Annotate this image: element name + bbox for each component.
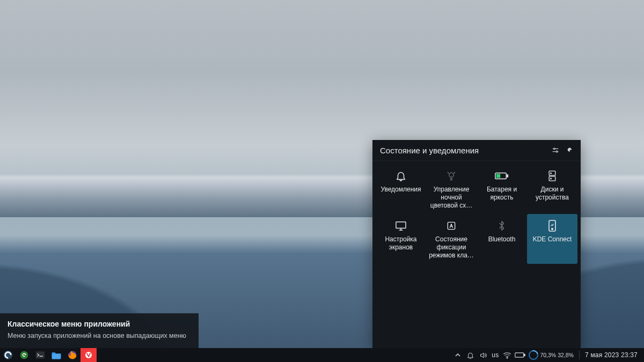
keylock-icon: [444, 219, 459, 232]
svg-point-3: [556, 151, 558, 152]
tray-keyboard-layout[interactable]: us: [489, 351, 501, 359]
refresh-icon: [20, 351, 28, 359]
vivaldi-icon: [84, 350, 93, 360]
bulb-icon: [444, 169, 459, 182]
taskbar-launcher-updater[interactable]: [16, 348, 32, 362]
svg-rect-12: [396, 222, 406, 228]
svg-rect-8: [549, 171, 555, 175]
svg-rect-23: [515, 353, 524, 357]
tray-expand-button[interactable]: [452, 352, 464, 358]
systray-grid: УведомленияУправление ночной цветовой сх…: [372, 161, 581, 267]
svg-point-11: [551, 178, 552, 179]
systray-item-label: Управление ночной цветовой сх…: [428, 186, 474, 210]
phone-icon: [545, 219, 560, 232]
taskbar-launcher-terminal[interactable]: [32, 348, 48, 362]
taskbar-separator: [579, 351, 580, 359]
taskbar-launcher-vivaldi[interactable]: [80, 348, 97, 362]
battery-icon: [494, 169, 509, 182]
bell-icon: [393, 169, 408, 182]
cpu-gauge-icon: [529, 350, 538, 360]
systray-item-keylock[interactable]: Состояние фиксации режимов кла…: [426, 214, 477, 264]
tray-clock[interactable]: 7 мая 2023 23:37: [583, 351, 642, 359]
taskbar-launcher-firefox[interactable]: [64, 348, 80, 362]
systray-item-label: Bluetooth: [488, 235, 516, 243]
svg-point-21: [85, 352, 92, 358]
pin-icon: [566, 146, 573, 154]
systray-item-drive[interactable]: Диски и устройства: [527, 164, 577, 214]
bell-outline-icon: [466, 351, 474, 359]
systray-item-bluetooth[interactable]: Bluetooth: [477, 214, 527, 264]
display-icon: [393, 219, 408, 232]
systray-item-display[interactable]: Настройка экранов: [376, 214, 426, 264]
systray-item-battery[interactable]: Батарея и яркость: [477, 164, 527, 214]
kde-icon: [3, 350, 13, 360]
cpu-percent-label: 70,3%: [540, 352, 556, 358]
systray-pin-button[interactable]: [564, 144, 575, 156]
svg-point-22: [507, 357, 508, 358]
taskbar-spacer: [97, 348, 452, 362]
tray-battery-button[interactable]: [514, 348, 526, 362]
svg-rect-24: [524, 354, 525, 356]
svg-point-10: [551, 173, 552, 174]
taskbar: us 70,3% 32,8% 7 мая 2023 23:37: [0, 348, 644, 362]
terminal-icon: [35, 351, 45, 359]
svg-rect-6: [507, 174, 508, 178]
volume-icon: [479, 351, 487, 359]
tray-system-monitor[interactable]: 70,3% 32,8%: [526, 348, 576, 362]
systray-panel: Состояние и уведомления УведомленияУправ…: [372, 140, 581, 348]
systray-item-label: Настройка экранов: [378, 235, 424, 252]
systray-item-label: Диски и устройства: [529, 186, 575, 202]
svg-point-4: [449, 173, 453, 177]
systray-configure-button[interactable]: [550, 144, 561, 156]
svg-rect-7: [496, 174, 500, 178]
svg-point-1: [554, 148, 555, 150]
drive-icon: [545, 169, 560, 182]
svg-point-15: [552, 228, 553, 230]
taskbar-launcher-file-manager[interactable]: [48, 348, 64, 362]
tray-volume-button[interactable]: [477, 348, 489, 362]
bluetooth-icon: [494, 219, 509, 232]
tooltip-title: Классическое меню приложений: [8, 319, 191, 329]
taskbar-tray: us 70,3% 32,8% 7 мая 2023 23:37: [452, 348, 644, 362]
mem-percent-label: 32,8%: [558, 352, 574, 358]
sliders-icon: [551, 146, 560, 154]
chevron-up-icon: [455, 352, 460, 358]
tray-notifications-button[interactable]: [464, 348, 477, 362]
systray-item-bell[interactable]: Уведомления: [376, 164, 426, 214]
firefox-icon: [68, 350, 77, 360]
svg-rect-18: [36, 351, 45, 359]
svg-rect-9: [549, 176, 555, 181]
systray-item-label: KDE Connect: [533, 235, 572, 243]
launcher-tooltip: Классическое меню приложений Меню запуск…: [0, 313, 199, 348]
wifi-icon: [503, 351, 511, 359]
systray-item-phone[interactable]: KDE Connect: [527, 214, 577, 264]
svg-point-17: [20, 351, 28, 359]
systray-item-bulb[interactable]: Управление ночной цветовой сх…: [426, 164, 477, 214]
systray-item-label: Уведомления: [380, 186, 421, 194]
folder-icon: [51, 351, 62, 359]
svg-rect-13: [448, 222, 455, 229]
systray-item-label: Состояние фиксации режимов кла…: [428, 235, 474, 260]
systray-title: Состояние и уведомления: [380, 146, 547, 155]
systray-item-label: Батарея и яркость: [479, 186, 525, 202]
tray-network-button[interactable]: [501, 348, 514, 362]
systray-header: Состояние и уведомления: [372, 140, 581, 161]
tooltip-body: Меню запуска приложений на основе выпада…: [8, 331, 191, 341]
battery-icon: [515, 352, 525, 358]
taskbar-launcher-app-launcher[interactable]: [0, 348, 16, 362]
taskbar-launchers: [0, 348, 97, 362]
